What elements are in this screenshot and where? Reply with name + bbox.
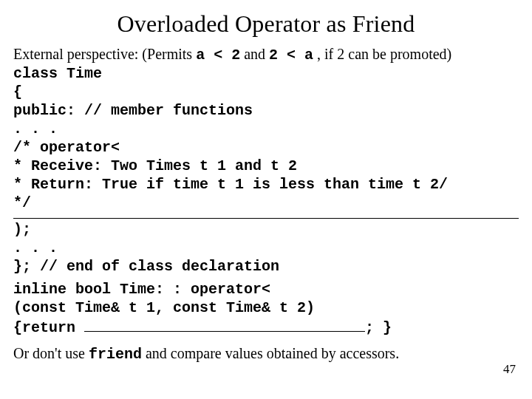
intro-suffix: , if 2 can be promoted) bbox=[313, 46, 451, 62]
footer-suffix: and compare values obtained by accessors… bbox=[142, 345, 399, 361]
code-line-10: . . . bbox=[13, 239, 519, 257]
footer-prefix: Or don't use bbox=[13, 345, 89, 361]
slide: Overloaded Operator as Friend External p… bbox=[0, 0, 532, 399]
intro-line: External perspective: (Permits a < 2 and… bbox=[13, 45, 519, 64]
fill-in-blank-line bbox=[13, 218, 519, 219]
code-line-4: . . . bbox=[13, 120, 519, 138]
code-a-lt-2: a < 2 bbox=[196, 47, 240, 64]
fill-in-blank-inline bbox=[84, 317, 365, 332]
return-close: ; } bbox=[365, 319, 392, 336]
code-line-11: }; // end of class declaration bbox=[13, 257, 519, 276]
footer-code: friend bbox=[89, 346, 142, 363]
code-line-3: public: // member functions bbox=[13, 101, 519, 120]
code-line-12: inline bool Time: : operator< bbox=[13, 280, 519, 299]
spacer bbox=[13, 337, 519, 344]
code-line-6: * Receive: Two Times t 1 and t 2 bbox=[13, 157, 519, 175]
slide-title: Overloaded Operator as Friend bbox=[13, 10, 519, 38]
return-line: {return ; } bbox=[13, 317, 519, 337]
intro-prefix: External perspective: (Permits bbox=[13, 46, 196, 62]
code-line-9: ); bbox=[13, 220, 519, 239]
code-line-5: /* operator< bbox=[13, 138, 519, 157]
slide-body: External perspective: (Permits a < 2 and… bbox=[13, 45, 519, 364]
page-number: 47 bbox=[503, 362, 516, 377]
code-2-lt-a: 2 < a bbox=[269, 47, 313, 64]
code-line-2: { bbox=[13, 83, 519, 101]
footer-line: Or don't use friend and compare values o… bbox=[13, 344, 519, 364]
code-line-8: */ bbox=[13, 194, 519, 212]
code-line-7: * Return: True if time t 1 is less than … bbox=[13, 175, 519, 194]
return-open: {return bbox=[13, 319, 84, 336]
code-line-1: class Time bbox=[13, 64, 519, 83]
code-line-13: (const Time& t 1, const Time& t 2) bbox=[13, 299, 519, 317]
intro-mid: and bbox=[240, 46, 269, 62]
